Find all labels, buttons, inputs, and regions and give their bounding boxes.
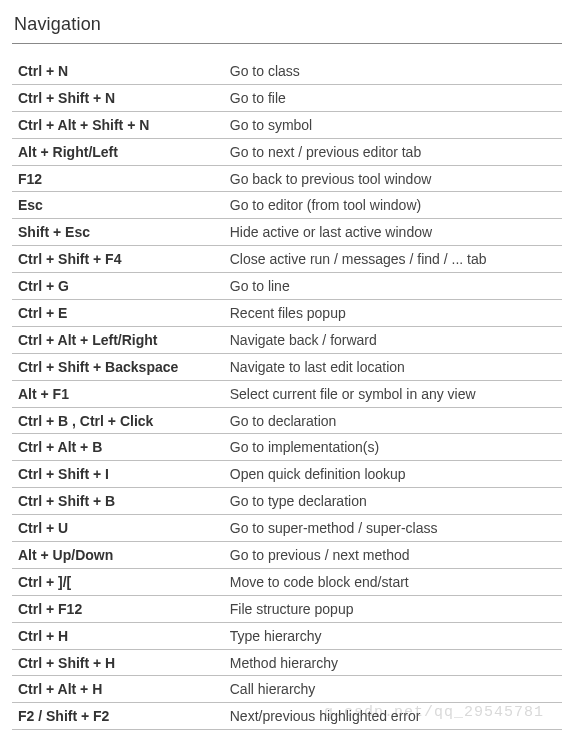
shortcut-description: File structure popup [224, 595, 562, 622]
table-row: Ctrl + UGo to super-method / super-class [12, 515, 562, 542]
table-row: Ctrl + B , Ctrl + ClickGo to declaration [12, 407, 562, 434]
shortcut-description: Go to line [224, 273, 562, 300]
table-row: Ctrl + GGo to line [12, 273, 562, 300]
shortcut-key: Alt + F1 [12, 380, 224, 407]
table-row: Ctrl + Shift + BGo to type declaration [12, 488, 562, 515]
shortcut-key: Ctrl + E [12, 300, 224, 327]
shortcut-key: Alt + Up/Down [12, 542, 224, 569]
table-row: Ctrl + HType hierarchy [12, 622, 562, 649]
table-row: Ctrl + Shift + NGo to file [12, 84, 562, 111]
shortcut-description: Type hierarchy [224, 622, 562, 649]
shortcut-key: Alt + Right/Left [12, 138, 224, 165]
shortcut-description: Close active run / messages / find / ...… [224, 246, 562, 273]
table-row: EscGo to editor (from tool window) [12, 192, 562, 219]
shortcut-key: Ctrl + B , Ctrl + Click [12, 407, 224, 434]
table-row: Ctrl + Alt + BGo to implementation(s) [12, 434, 562, 461]
shortcut-key: Ctrl + Alt + B [12, 434, 224, 461]
shortcut-key: Ctrl + Alt + H [12, 676, 224, 703]
table-row: Ctrl + Shift + BackspaceNavigate to last… [12, 353, 562, 380]
table-row: Ctrl + Alt + Left/RightNavigate back / f… [12, 326, 562, 353]
shortcut-key: F12 [12, 165, 224, 192]
table-row: Ctrl + Shift + IOpen quick definition lo… [12, 461, 562, 488]
shortcut-key: Ctrl + Alt + Left/Right [12, 326, 224, 353]
shortcut-key: Ctrl + Shift + F4 [12, 246, 224, 273]
shortcut-key: Esc [12, 192, 224, 219]
shortcut-description: Hide active or last active window [224, 219, 562, 246]
shortcut-description: Open quick definition lookup [224, 461, 562, 488]
shortcut-description: Navigate to last edit location [224, 353, 562, 380]
shortcut-key: Ctrl + F12 [12, 595, 224, 622]
shortcut-description: Method hierarchy [224, 649, 562, 676]
table-row: Ctrl + NGo to class [12, 58, 562, 84]
shortcut-description: Select current file or symbol in any vie… [224, 380, 562, 407]
table-row: Alt + Right/LeftGo to next / previous ed… [12, 138, 562, 165]
shortcut-description: Navigate back / forward [224, 326, 562, 353]
shortcut-description: Go to type declaration [224, 488, 562, 515]
shortcut-key: Shift + Esc [12, 219, 224, 246]
table-row: Ctrl + Shift + HMethod hierarchy [12, 649, 562, 676]
shortcut-key: Ctrl + Alt + Shift + N [12, 111, 224, 138]
shortcut-description: Recent files popup [224, 300, 562, 327]
shortcut-description: Move to code block end/start [224, 568, 562, 595]
shortcut-description: Go to super-method / super-class [224, 515, 562, 542]
shortcut-key: Ctrl + H [12, 622, 224, 649]
shortcut-key: Ctrl + Shift + B [12, 488, 224, 515]
shortcut-key: Ctrl + Shift + H [12, 649, 224, 676]
shortcut-description: Next/previous highlighted error [224, 703, 562, 730]
table-row: Ctrl + F12File structure popup [12, 595, 562, 622]
shortcut-description: Go to implementation(s) [224, 434, 562, 461]
shortcut-description: Go to next / previous editor tab [224, 138, 562, 165]
table-row: Alt + Up/DownGo to previous / next metho… [12, 542, 562, 569]
shortcut-key: Ctrl + G [12, 273, 224, 300]
shortcut-key: Ctrl + ]/[ [12, 568, 224, 595]
shortcut-description: Go to symbol [224, 111, 562, 138]
shortcut-key: Ctrl + Shift + N [12, 84, 224, 111]
shortcut-description: Call hierarchy [224, 676, 562, 703]
shortcut-key: Ctrl + N [12, 58, 224, 84]
section-title-navigation: Navigation [12, 10, 562, 44]
table-row: Ctrl + Alt + Shift + NGo to symbol [12, 111, 562, 138]
table-row: F12Go back to previous tool window [12, 165, 562, 192]
shortcut-key: Ctrl + U [12, 515, 224, 542]
shortcut-description: Go to file [224, 84, 562, 111]
table-row: Ctrl + Shift + F4Close active run / mess… [12, 246, 562, 273]
shortcut-description: Go to declaration [224, 407, 562, 434]
table-row: Ctrl + ERecent files popup [12, 300, 562, 327]
shortcuts-table: Ctrl + NGo to classCtrl + Shift + NGo to… [12, 58, 562, 731]
table-row: Alt + F1Select current file or symbol in… [12, 380, 562, 407]
shortcut-description: Go to editor (from tool window) [224, 192, 562, 219]
table-row: F2 / Shift + F2Next/previous highlighted… [12, 703, 562, 730]
shortcut-description: Go to previous / next method [224, 542, 562, 569]
shortcut-key: Ctrl + Shift + Backspace [12, 353, 224, 380]
table-row: Ctrl + ]/[Move to code block end/start [12, 568, 562, 595]
table-row: Ctrl + Alt + HCall hierarchy [12, 676, 562, 703]
shortcut-key: Ctrl + Shift + I [12, 461, 224, 488]
table-row: Shift + EscHide active or last active wi… [12, 219, 562, 246]
shortcut-description: Go back to previous tool window [224, 165, 562, 192]
shortcut-description: Go to class [224, 58, 562, 84]
shortcut-key: F2 / Shift + F2 [12, 703, 224, 730]
